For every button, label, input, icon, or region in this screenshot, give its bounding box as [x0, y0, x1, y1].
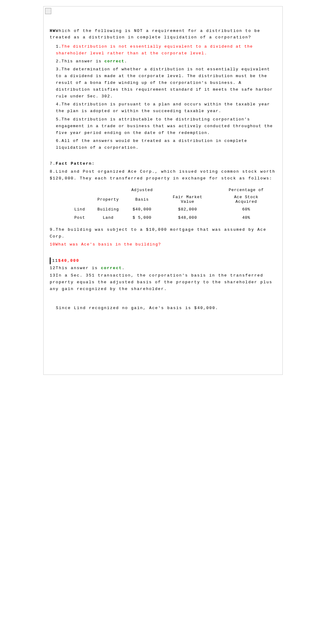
fact-pattern-section: 7.Fact Pattern: 8.Lind and Post organize…: [50, 160, 276, 182]
item-num-12: 12: [50, 266, 56, 270]
th-percentage-of: Percentage of: [216, 187, 276, 194]
item-13-text: In a Sec. 351 transaction, the corporati…: [50, 273, 272, 291]
td-pct-lind: 60%: [216, 205, 276, 214]
list-item: 1.The distribution is not essentially eq…: [56, 43, 276, 57]
td-name-post: Post: [68, 214, 91, 222]
item-num-4: 4.: [56, 102, 62, 107]
answer-list: 1.The distribution is not essentially eq…: [56, 43, 276, 151]
question9-line: 9.The building was subject to a $10,000 …: [50, 226, 276, 240]
item-4-text: The distribution is pursuant to a plan a…: [56, 102, 270, 113]
item-5-text: The distribution is attributable to the …: [56, 117, 273, 135]
table-row: Lind Building $40,000 $82,000 60%: [68, 205, 276, 214]
item-12-suffix: .: [122, 266, 125, 270]
item-12-text: This answer is: [56, 266, 101, 270]
fact-intro-text: Lind and Post organized Ace Corp., which…: [50, 169, 275, 181]
th-basis: Basis: [125, 194, 159, 205]
fact-pattern-label-line: 7.Fact Pattern:: [50, 160, 276, 167]
td-basis-post: $ 5,000: [125, 214, 159, 222]
item-num-5: 5.: [56, 117, 62, 122]
list-item: 3.The determination of whether a distrib…: [56, 66, 276, 100]
table-row: Post Land $ 5,000 $48,000 40%: [68, 214, 276, 222]
th-empty3: [159, 187, 216, 194]
answer-value: $40,000: [58, 258, 80, 263]
question-text: Which of the following is NOT a requirem…: [50, 29, 260, 40]
since-line: Since Lind recognized no gain, Ace's bas…: [56, 305, 276, 312]
list-item: 2.This answer is correct.: [56, 58, 276, 65]
item-6-text: All of the answers would be treated as a…: [56, 139, 247, 150]
answer-11-line: 11$40,000: [50, 257, 276, 264]
item-num-3: 3.: [56, 67, 62, 72]
item-2-text: This answer is: [62, 59, 105, 64]
item-2-suffix: .: [124, 59, 127, 64]
th-fmv: Fair Market Value: [159, 194, 216, 205]
hw-label: HW: [50, 29, 56, 33]
th-empty2: [91, 187, 125, 194]
table-header-row-2: Property Basis Fair Market Value Ace Sto…: [68, 194, 276, 205]
item-num-7: 7.: [50, 161, 56, 166]
item-num-8: 8.: [50, 169, 56, 174]
td-pct-post: 40%: [216, 214, 276, 222]
td-name-lind: Lind: [68, 205, 91, 214]
item-1-text: The distribution is not essentially equi…: [56, 44, 253, 56]
top-icon: [45, 8, 51, 14]
answer-section: 11$40,000 12This answer is correct. 13In…: [50, 257, 276, 312]
td-basis-lind: $40,000: [125, 205, 159, 214]
th-empty: [68, 187, 91, 194]
td-property-post: Land: [91, 214, 125, 222]
td-fmv-lind: $82,000: [159, 205, 216, 214]
correct-label-12: correct: [101, 266, 122, 270]
td-fmv-post: $48,000: [159, 214, 216, 222]
item-num-2: 2.: [56, 59, 62, 64]
since-text: Since Lind recognized no gain, Ace's bas…: [56, 306, 218, 310]
question10-text: 10What was Ace's basis in the building?: [50, 242, 161, 247]
list-item: 5.The distribution is attributable to th…: [56, 116, 276, 136]
item-num-11: 11: [52, 258, 58, 263]
fact-intro-line: 8.Lind and Post organized Ace Corp., whi…: [50, 168, 276, 182]
table-header-row-1: Adjusted Percentage of: [68, 187, 276, 194]
th-adjusted: Adjusted: [125, 187, 159, 194]
question10-line: 10What was Ace's basis in the building?: [50, 241, 276, 248]
th-property: Property: [91, 194, 125, 205]
item-num-6: 6.: [56, 139, 62, 143]
item-num-1: 1.: [56, 44, 62, 49]
fact-pattern-label: Fact Pattern:: [56, 161, 95, 166]
property-table-container: Adjusted Percentage of Property Basis Fa…: [68, 187, 276, 222]
property-table: Adjusted Percentage of Property Basis Fa…: [68, 187, 276, 222]
item-num-13: 13: [50, 273, 56, 278]
list-item: 6.All of the answers would be treated as…: [56, 138, 276, 151]
header-question: HWWhich of the following is NOT a requir…: [50, 28, 276, 41]
th-ace-stock: Ace Stock Acquired: [216, 194, 276, 205]
item-3-text: The determination of whether a distribut…: [56, 67, 273, 99]
main-page: HWWhich of the following is NOT a requir…: [43, 6, 283, 375]
answer-13-line: 13In a Sec. 351 transaction, the corpora…: [50, 272, 276, 293]
td-property-lind: Building: [91, 205, 125, 214]
th-empty4: [68, 194, 91, 205]
question9-text: 9.The building was subject to a $10,000 …: [50, 227, 266, 239]
correct-label-2: correct: [104, 59, 124, 64]
answer-12-line: 12This answer is correct.: [50, 265, 276, 272]
list-item: 4.The distribution is pursuant to a plan…: [56, 101, 276, 115]
